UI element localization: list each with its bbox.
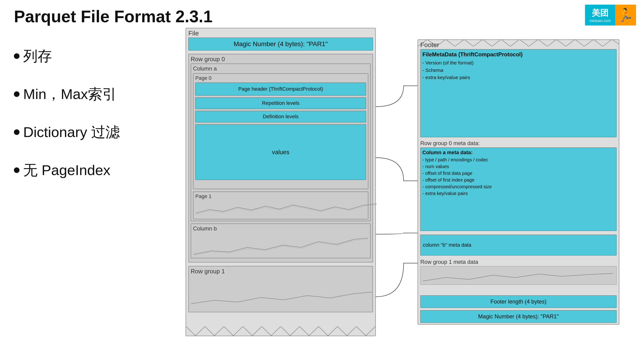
col-a-meta-box: Column a meta data: - type / path / enco…: [420, 148, 616, 231]
footer-torn-top: [418, 40, 619, 46]
page1-squiggle: [196, 203, 377, 214]
person-icon: 🏃: [617, 8, 634, 23]
page-title: Parquet File Format 2.3.1: [14, 7, 213, 26]
col-b-meta-text: column "b" meta data: [423, 242, 471, 248]
footer-length-text: Footer length (4 bytes): [490, 298, 546, 305]
column-b-label: Column b: [193, 225, 217, 232]
rg0-meta-label: Row group 0 meta data:: [420, 140, 480, 146]
file-meta-title: FileMetaData (ThriftCompactProtocol): [422, 51, 614, 58]
page-1-label: Page 1: [195, 193, 212, 200]
logo-icon: 🏃: [615, 5, 636, 26]
rep-levels-row: Repetition levels: [195, 98, 366, 109]
file-meta-item-0: - Version (of the format): [422, 59, 614, 66]
bullet-item-2: Min，Max索引: [14, 84, 120, 104]
bullet-text-1: 列存: [23, 46, 52, 66]
footer-label: Footer: [420, 41, 439, 49]
col-b-meta-box: column "b" meta data: [420, 235, 616, 256]
rg1-squiggle: [191, 291, 372, 305]
bullet-text-3: Dictionary 过滤: [23, 122, 120, 142]
logo-text: 美团: [592, 8, 608, 19]
bullet-item-3: Dictionary 过滤: [14, 122, 120, 142]
file-label: File: [188, 30, 199, 37]
row-group-0-box: Row group 0 Column a Page 0 Page header …: [188, 54, 373, 262]
rg1-meta-squiggle: [423, 273, 613, 282]
magic-bottom: Magic Number (4 bytes): "PAR1": [420, 310, 616, 323]
page-0-box: Page 0 Page header (ThriftCompactProtoco…: [193, 73, 368, 189]
col-a-meta-item-3: - offset of first index page: [422, 177, 614, 184]
bullet-list: 列存 Min，Max索引 Dictionary 过滤 无 PageIndex: [14, 46, 120, 180]
bullet-text-2: Min，Max索引: [23, 84, 117, 104]
file-meta-item-2: - extra key/value pairs: [422, 74, 614, 81]
file-meta-box: FileMetaData (ThriftCompactProtocol) - V…: [420, 49, 616, 137]
rg1-meta-box: [420, 266, 616, 285]
bullet-dot-1: [14, 53, 20, 59]
row-group-1-box: Row group 1: [188, 266, 373, 312]
bullet-item-4: 无 PageIndex: [14, 160, 120, 180]
footer-box: Footer FileMetaData (ThriftCompactProtoc…: [417, 40, 619, 324]
bullet-dot-2: [14, 91, 20, 97]
magic-bottom-text: Magic Number (4 bytes): "PAR1": [478, 313, 558, 320]
page-header-text: Page header (ThriftCompactProtocol): [238, 86, 323, 92]
col-a-meta-item-2: - offset of first data page: [422, 170, 614, 177]
col-a-meta-item-5: - extra key/value pairs: [422, 190, 614, 197]
row-group-0-label: Row group 0: [191, 56, 225, 63]
footer-length-bar: Footer length (4 bytes): [420, 295, 616, 308]
column-a-box: Column a Page 0 Page header (ThriftCompa…: [191, 64, 371, 221]
page-0-label: Page 0: [195, 75, 212, 81]
page-header-row: Page header (ThriftCompactProtocol): [195, 82, 366, 96]
file-meta-item-1: - Schema: [422, 66, 614, 74]
page-1-box: Page 1: [193, 192, 368, 219]
col-a-meta-title: Column a meta data:: [422, 150, 614, 156]
col-b-squiggle: [194, 237, 368, 256]
column-b-box: Column b: [191, 224, 371, 258]
file-box-bottom: [186, 326, 375, 336]
logo-sub: meituan.com: [589, 19, 611, 23]
diagram-area: File Magic Number (4 bytes): "PAR1" Row …: [186, 28, 626, 348]
def-levels-row: Definition levels: [195, 111, 366, 122]
file-box: File Magic Number (4 bytes): "PAR1" Row …: [186, 28, 376, 336]
col-a-meta-item-4: - compressed/uncompressed size: [422, 184, 614, 190]
bullet-dot-4: [14, 168, 20, 173]
values-text: values: [272, 148, 289, 156]
logo-area: 美团 meituan.com 🏃: [585, 5, 636, 26]
col-a-meta-item-1: - num values: [422, 163, 614, 170]
magic-top-text: Magic Number (4 bytes): "PAR1": [234, 40, 328, 48]
rep-levels-text: Repetition levels: [262, 100, 299, 106]
column-a-label: Column a: [193, 66, 217, 72]
bullet-item-1: 列存: [14, 46, 120, 66]
def-levels-text: Definition levels: [263, 114, 299, 120]
bullet-text-4: 无 PageIndex: [23, 160, 110, 180]
rg1-meta-label: Row group 1 meta data: [420, 259, 478, 265]
logo-meituan: 美团 meituan.com: [585, 5, 615, 26]
col-a-meta-item-0: - type / path / encodings / codec: [422, 156, 614, 163]
values-row: values: [195, 124, 366, 180]
bullet-dot-3: [14, 129, 20, 135]
magic-top: Magic Number (4 bytes): "PAR1": [188, 38, 373, 50]
row-group-1-label: Row group 1: [191, 268, 225, 275]
